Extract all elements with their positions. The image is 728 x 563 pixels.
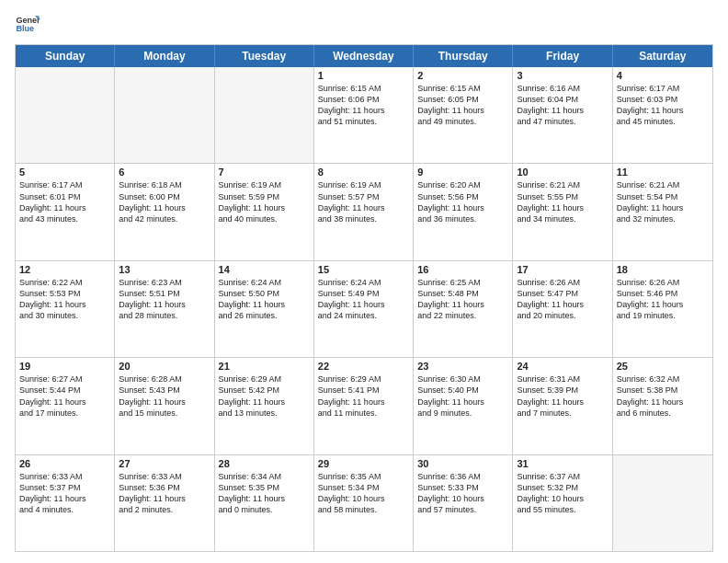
day-cell: 23Sunrise: 6:30 AM Sunset: 5:40 PM Dayli… — [414, 358, 513, 454]
svg-text:Blue: Blue — [16, 24, 34, 33]
calendar-row: 12Sunrise: 6:22 AM Sunset: 5:53 PM Dayli… — [16, 260, 712, 357]
weekday-header: Wednesday — [314, 45, 414, 67]
calendar-row: 26Sunrise: 6:33 AM Sunset: 5:37 PM Dayli… — [16, 454, 712, 551]
day-number: 26 — [19, 458, 110, 469]
day-cell: 7Sunrise: 6:19 AM Sunset: 5:59 PM Daylig… — [215, 164, 314, 259]
day-cell: 13Sunrise: 6:23 AM Sunset: 5:51 PM Dayli… — [115, 261, 214, 357]
calendar-row: 5Sunrise: 6:17 AM Sunset: 6:01 PM Daylig… — [16, 163, 712, 259]
day-info: Sunrise: 6:19 AM Sunset: 5:59 PM Dayligh… — [219, 179, 310, 224]
day-info: Sunrise: 6:21 AM Sunset: 5:55 PM Dayligh… — [517, 179, 608, 224]
day-info: Sunrise: 6:15 AM Sunset: 6:05 PM Dayligh… — [417, 83, 508, 128]
day-info: Sunrise: 6:26 AM Sunset: 5:46 PM Dayligh… — [617, 277, 709, 322]
day-number: 4 — [617, 70, 709, 81]
day-number: 16 — [417, 264, 508, 275]
day-cell: 14Sunrise: 6:24 AM Sunset: 5:50 PM Dayli… — [215, 261, 314, 357]
day-info: Sunrise: 6:29 AM Sunset: 5:41 PM Dayligh… — [318, 373, 409, 419]
day-number: 12 — [19, 264, 110, 275]
day-number: 28 — [219, 458, 310, 469]
day-info: Sunrise: 6:18 AM Sunset: 6:00 PM Dayligh… — [119, 179, 210, 224]
day-number: 19 — [19, 361, 110, 372]
day-cell: 30Sunrise: 6:36 AM Sunset: 5:33 PM Dayli… — [414, 455, 513, 551]
day-info: Sunrise: 6:15 AM Sunset: 6:06 PM Dayligh… — [318, 83, 409, 128]
day-number: 25 — [617, 361, 709, 372]
day-cell: 1Sunrise: 6:15 AM Sunset: 6:06 PM Daylig… — [314, 67, 414, 163]
calendar-row: 1Sunrise: 6:15 AM Sunset: 6:06 PM Daylig… — [16, 67, 712, 163]
day-info: Sunrise: 6:16 AM Sunset: 6:04 PM Dayligh… — [517, 83, 608, 128]
day-number: 15 — [318, 264, 409, 275]
day-number: 8 — [318, 167, 409, 178]
day-number: 1 — [318, 70, 409, 81]
day-number: 18 — [617, 264, 709, 275]
calendar-header: SundayMondayTuesdayWednesdayThursdayFrid… — [16, 45, 712, 67]
day-number: 22 — [318, 361, 409, 372]
day-info: Sunrise: 6:17 AM Sunset: 6:03 PM Dayligh… — [617, 83, 709, 128]
day-cell: 27Sunrise: 6:33 AM Sunset: 5:36 PM Dayli… — [115, 455, 214, 551]
day-cell: 3Sunrise: 6:16 AM Sunset: 6:04 PM Daylig… — [513, 67, 612, 163]
day-cell: 2Sunrise: 6:15 AM Sunset: 6:05 PM Daylig… — [414, 67, 513, 163]
day-cell: 31Sunrise: 6:37 AM Sunset: 5:32 PM Dayli… — [513, 455, 612, 551]
day-number: 23 — [417, 361, 508, 372]
day-number: 7 — [219, 167, 310, 178]
day-cell: 11Sunrise: 6:21 AM Sunset: 5:54 PM Dayli… — [613, 164, 712, 259]
day-cell: 6Sunrise: 6:18 AM Sunset: 6:00 PM Daylig… — [115, 164, 214, 259]
day-info: Sunrise: 6:33 AM Sunset: 5:37 PM Dayligh… — [19, 471, 110, 516]
day-cell: 12Sunrise: 6:22 AM Sunset: 5:53 PM Dayli… — [16, 261, 115, 357]
day-cell: 21Sunrise: 6:29 AM Sunset: 5:42 PM Dayli… — [215, 358, 314, 454]
day-number: 3 — [517, 70, 608, 81]
day-info: Sunrise: 6:22 AM Sunset: 5:53 PM Dayligh… — [19, 277, 110, 322]
empty-cell — [215, 67, 314, 163]
day-cell: 15Sunrise: 6:24 AM Sunset: 5:49 PM Dayli… — [314, 261, 414, 357]
day-cell: 18Sunrise: 6:26 AM Sunset: 5:46 PM Dayli… — [613, 261, 712, 357]
day-cell: 29Sunrise: 6:35 AM Sunset: 5:34 PM Dayli… — [314, 455, 414, 551]
day-number: 11 — [617, 167, 709, 178]
day-cell: 10Sunrise: 6:21 AM Sunset: 5:55 PM Dayli… — [513, 164, 612, 259]
day-number: 6 — [119, 167, 210, 178]
day-info: Sunrise: 6:33 AM Sunset: 5:36 PM Dayligh… — [119, 471, 210, 516]
day-cell: 24Sunrise: 6:31 AM Sunset: 5:39 PM Dayli… — [513, 358, 612, 454]
day-info: Sunrise: 6:27 AM Sunset: 5:44 PM Dayligh… — [19, 373, 110, 419]
day-info: Sunrise: 6:19 AM Sunset: 5:57 PM Dayligh… — [318, 179, 409, 224]
calendar-body: 1Sunrise: 6:15 AM Sunset: 6:06 PM Daylig… — [16, 67, 712, 551]
day-number: 17 — [517, 264, 608, 275]
day-number: 30 — [417, 458, 508, 469]
header: General Blue — [15, 11, 713, 37]
day-cell: 8Sunrise: 6:19 AM Sunset: 5:57 PM Daylig… — [314, 164, 414, 259]
day-info: Sunrise: 6:25 AM Sunset: 5:48 PM Dayligh… — [417, 277, 508, 322]
day-cell: 16Sunrise: 6:25 AM Sunset: 5:48 PM Dayli… — [414, 261, 513, 357]
day-info: Sunrise: 6:31 AM Sunset: 5:39 PM Dayligh… — [517, 373, 608, 419]
day-info: Sunrise: 6:29 AM Sunset: 5:42 PM Dayligh… — [219, 373, 310, 419]
day-cell: 28Sunrise: 6:34 AM Sunset: 5:35 PM Dayli… — [215, 455, 314, 551]
calendar: SundayMondayTuesdayWednesdayThursdayFrid… — [15, 44, 713, 552]
weekday-header: Monday — [115, 45, 214, 67]
day-info: Sunrise: 6:17 AM Sunset: 6:01 PM Dayligh… — [19, 179, 110, 224]
weekday-header: Thursday — [414, 45, 513, 67]
day-info: Sunrise: 6:35 AM Sunset: 5:34 PM Dayligh… — [318, 471, 409, 516]
day-number: 27 — [119, 458, 210, 469]
day-cell: 22Sunrise: 6:29 AM Sunset: 5:41 PM Dayli… — [314, 358, 414, 454]
day-cell: 20Sunrise: 6:28 AM Sunset: 5:43 PM Dayli… — [115, 358, 214, 454]
day-info: Sunrise: 6:20 AM Sunset: 5:56 PM Dayligh… — [417, 179, 508, 224]
day-number: 24 — [517, 361, 608, 372]
day-cell: 17Sunrise: 6:26 AM Sunset: 5:47 PM Dayli… — [513, 261, 612, 357]
day-number: 10 — [517, 167, 608, 178]
day-number: 21 — [219, 361, 310, 372]
day-cell: 9Sunrise: 6:20 AM Sunset: 5:56 PM Daylig… — [414, 164, 513, 259]
day-info: Sunrise: 6:28 AM Sunset: 5:43 PM Dayligh… — [119, 373, 210, 419]
day-number: 2 — [417, 70, 508, 81]
day-info: Sunrise: 6:26 AM Sunset: 5:47 PM Dayligh… — [517, 277, 608, 322]
day-number: 9 — [417, 167, 508, 178]
empty-cell — [613, 455, 712, 551]
day-info: Sunrise: 6:34 AM Sunset: 5:35 PM Dayligh… — [219, 471, 310, 516]
day-number: 29 — [318, 458, 409, 469]
day-number: 20 — [119, 361, 210, 372]
logo-icon: General Blue — [15, 11, 40, 37]
day-cell: 19Sunrise: 6:27 AM Sunset: 5:44 PM Dayli… — [16, 358, 115, 454]
day-info: Sunrise: 6:36 AM Sunset: 5:33 PM Dayligh… — [417, 471, 508, 516]
day-number: 5 — [19, 167, 110, 178]
day-info: Sunrise: 6:24 AM Sunset: 5:50 PM Dayligh… — [219, 277, 310, 322]
day-info: Sunrise: 6:24 AM Sunset: 5:49 PM Dayligh… — [318, 277, 409, 322]
day-cell: 26Sunrise: 6:33 AM Sunset: 5:37 PM Dayli… — [16, 455, 115, 551]
weekday-header: Friday — [513, 45, 612, 67]
day-number: 13 — [119, 264, 210, 275]
calendar-row: 19Sunrise: 6:27 AM Sunset: 5:44 PM Dayli… — [16, 357, 712, 454]
